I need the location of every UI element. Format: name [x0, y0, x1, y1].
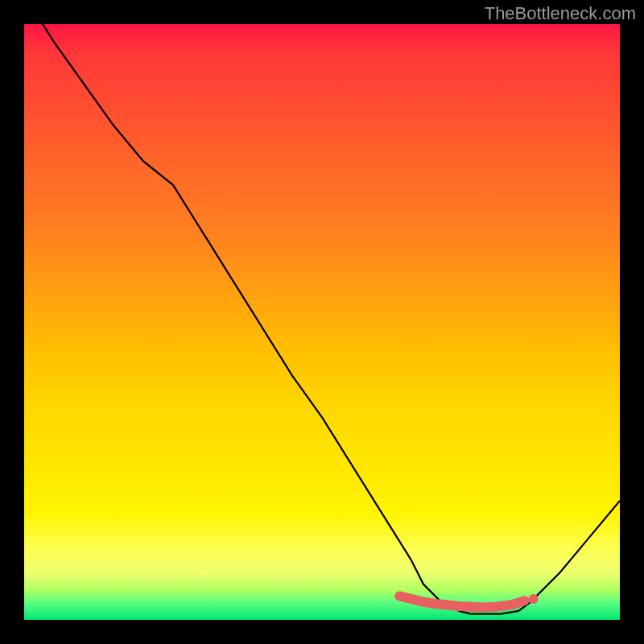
attribution-text: TheBottleneck.com — [485, 3, 636, 24]
highlight-end-dot — [529, 594, 539, 604]
curve-overlay — [24, 24, 620, 620]
chart-area — [24, 24, 620, 620]
highlight-points — [399, 594, 539, 607]
bottleneck-curve — [24, 24, 620, 614]
highlight-stroke — [399, 596, 524, 607]
